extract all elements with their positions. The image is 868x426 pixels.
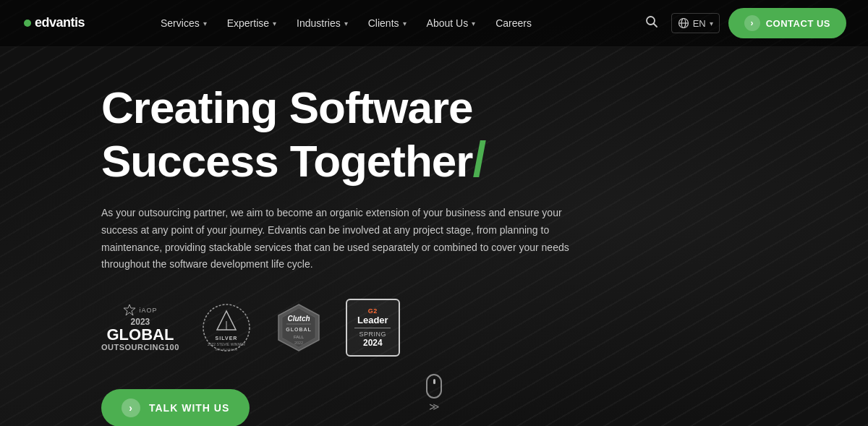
chevron-down-icon: ▾: [403, 20, 407, 27]
nav-services[interactable]: Services ▾: [152, 12, 216, 35]
g2-leader-badge: G2 Leader SPRING 2024: [346, 299, 400, 357]
nav-links: Services ▾ Expertise ▾ Industries ▾ Clie…: [152, 12, 641, 35]
hero-accent: /: [472, 132, 485, 187]
svg-text:edvantis: edvantis: [35, 15, 85, 30]
nav-right-actions: EN ▾ › CONTACT US: [641, 8, 846, 38]
chevron-down-icon: ▾: [472, 20, 475, 27]
chevron-down-icon: ▾: [273, 20, 276, 27]
nav-about[interactable]: About Us ▾: [418, 12, 485, 35]
awards-badges: iAOP 2023 GLOBAL OUTSOURCING100 SILVER 2…: [101, 299, 839, 357]
svg-text:INTL BUSINESS: INTL BUSINESS: [216, 348, 237, 352]
svg-line-3: [653, 23, 657, 27]
hero-title: Creating Software Success Together/: [101, 83, 839, 187]
svg-text:2022: 2022: [294, 341, 303, 345]
stevie-badge: SILVER 2022 STEVIE WINNER INTL BUSINESS: [201, 302, 252, 353]
contact-button[interactable]: › CONTACT US: [728, 8, 846, 38]
nav-careers[interactable]: Careers: [487, 12, 540, 35]
navbar: edvantis Services ▾ Expertise ▾ Industri…: [0, 0, 868, 47]
nav-expertise[interactable]: Expertise ▾: [218, 12, 285, 35]
svg-point-0: [24, 20, 31, 27]
chevron-down-icon: ▾: [710, 20, 713, 27]
svg-text:SILVER: SILVER: [215, 336, 237, 341]
scroll-indicator: ≫: [426, 374, 442, 412]
brand-logo[interactable]: edvantis: [22, 12, 109, 34]
clutch-badge: Clutch GLOBAL FALL 2022: [273, 302, 324, 353]
arrow-right-icon: ›: [122, 399, 140, 417]
chevron-down-icon: ▾: [344, 20, 348, 27]
nav-industries[interactable]: Industries ▾: [288, 12, 357, 35]
hero-section: Creating Software Success Together/ As y…: [0, 47, 868, 426]
svg-marker-7: [124, 304, 135, 315]
search-button[interactable]: [641, 11, 663, 36]
talk-with-us-button[interactable]: › TALK WITH US: [101, 389, 250, 426]
hero-description: As your outsourcing partner, we aim to b…: [101, 205, 579, 273]
mouse-icon: [426, 374, 442, 399]
svg-text:Clutch: Clutch: [287, 315, 310, 323]
arrow-right-icon: ›: [744, 15, 760, 31]
nav-clients[interactable]: Clients ▾: [359, 12, 415, 35]
svg-text:FALL: FALL: [294, 335, 305, 339]
iaop-badge: iAOP 2023 GLOBAL OUTSOURCING100: [101, 304, 179, 352]
svg-text:GLOBAL: GLOBAL: [286, 327, 312, 332]
chevron-down-icon: ▾: [203, 20, 207, 27]
language-selector[interactable]: EN ▾: [671, 13, 720, 33]
svg-text:2022 STEVIE WINNER: 2022 STEVIE WINNER: [208, 342, 245, 346]
scroll-arrows-icon: ≫: [429, 401, 440, 412]
